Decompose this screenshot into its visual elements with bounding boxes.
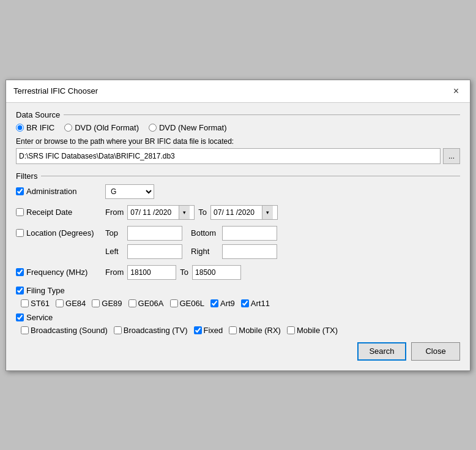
- service-mobile-rx-checkbox[interactable]: [229, 326, 237, 334]
- right-input[interactable]: [222, 244, 277, 259]
- dialog-content: Data Source BR IFIC DVD (Old Format) DVD…: [6, 103, 470, 370]
- administration-text: Administration: [26, 187, 76, 196]
- radio-br-ific-input[interactable]: [16, 124, 24, 132]
- close-icon[interactable]: ×: [450, 85, 463, 97]
- service-label[interactable]: Service: [16, 313, 102, 322]
- service-broadcasting-tv-checkbox[interactable]: [114, 326, 122, 334]
- radio-br-ific[interactable]: BR IFIC: [16, 123, 54, 132]
- data-source-group: Data Source BR IFIC DVD (Old Format) DVD…: [16, 110, 460, 164]
- frequency-label[interactable]: Frequency (MHz): [16, 268, 102, 277]
- divider-line: [64, 114, 460, 115]
- browse-button[interactable]: ...: [443, 148, 460, 164]
- filing-type-label[interactable]: Filing Type: [16, 286, 102, 295]
- dialog-close-button[interactable]: Close: [411, 342, 460, 361]
- filing-art11-checkbox[interactable]: [241, 299, 249, 307]
- location-row: Location (Degrees) Top Bottom Left Right: [16, 226, 460, 259]
- radio-group: BR IFIC DVD (Old Format) DVD (New Format…: [16, 123, 460, 132]
- to-date-dropdown-icon[interactable]: ▾: [262, 206, 273, 219]
- location-left-right: Left Right: [105, 244, 277, 259]
- service-broadcasting-sound-checkbox[interactable]: [21, 326, 29, 334]
- filing-type-checkboxes: ST61 GE84 GE89 GE06A: [21, 299, 460, 308]
- freq-to-input[interactable]: [192, 265, 241, 280]
- frequency-row: Frequency (MHz) From To: [16, 265, 460, 280]
- administration-row: Administration G: [16, 184, 460, 199]
- from-date-dropdown-icon[interactable]: ▾: [179, 206, 190, 219]
- filing-ge84-label: GE84: [65, 299, 86, 308]
- location-top-bottom: Top Bottom: [105, 226, 277, 241]
- radio-dvd-old[interactable]: DVD (Old Format): [64, 123, 139, 132]
- filing-ge84-checkbox[interactable]: [56, 299, 64, 307]
- radio-br-ific-label: BR IFIC: [26, 123, 54, 132]
- filing-ge89-checkbox[interactable]: [92, 299, 100, 307]
- receipt-date-checkbox[interactable]: [16, 208, 24, 216]
- filters-divider-line: [41, 176, 460, 176]
- filing-art9-label: Art9: [220, 299, 235, 308]
- administration-checkbox[interactable]: [16, 187, 24, 195]
- administration-select[interactable]: G: [105, 184, 154, 199]
- to-label: To: [198, 208, 207, 217]
- receipt-date-label[interactable]: Receipt Date: [16, 208, 102, 217]
- filing-type-checkbox[interactable]: [16, 287, 24, 294]
- bottom-input[interactable]: [222, 226, 277, 241]
- service-broadcasting-tv[interactable]: Broadcasting (TV): [114, 326, 188, 335]
- service-checkboxes: Broadcasting (Sound) Broadcasting (TV) F…: [21, 326, 460, 335]
- filing-ge06l-checkbox[interactable]: [170, 299, 178, 307]
- bottom-label: Bottom: [191, 228, 218, 238]
- filing-art9[interactable]: Art9: [210, 299, 235, 308]
- location-text: Location (Degrees): [26, 228, 94, 238]
- filters-label: Filters: [16, 171, 37, 181]
- filing-art11[interactable]: Art11: [241, 299, 270, 308]
- filing-st61[interactable]: ST61: [21, 299, 50, 308]
- filing-ge06a-label: GE06A: [138, 299, 164, 308]
- service-mobile-tx[interactable]: Mobile (TX): [287, 326, 338, 335]
- radio-dvd-new-input[interactable]: [149, 124, 157, 132]
- filing-type-header-row: Filing Type: [16, 286, 460, 295]
- service-fixed-label: Fixed: [204, 326, 223, 335]
- filing-art11-label: Art11: [251, 299, 270, 308]
- administration-control: G: [105, 184, 154, 199]
- service-broadcasting-sound[interactable]: Broadcasting (Sound): [21, 326, 108, 335]
- service-broadcasting-sound-label: Broadcasting (Sound): [31, 326, 108, 335]
- to-date-picker[interactable]: ▾: [210, 205, 278, 220]
- freq-from-input[interactable]: [127, 265, 176, 280]
- left-input[interactable]: [127, 244, 182, 259]
- filing-art9-checkbox[interactable]: [210, 299, 218, 307]
- filing-ge89[interactable]: GE89: [92, 299, 122, 308]
- service-mobile-tx-checkbox[interactable]: [287, 326, 295, 334]
- filing-st61-checkbox[interactable]: [21, 299, 29, 307]
- service-checkbox[interactable]: [16, 313, 24, 321]
- service-mobile-rx-label: Mobile (RX): [239, 326, 281, 335]
- filters-header: Filters: [16, 171, 460, 181]
- filing-ge84[interactable]: GE84: [56, 299, 86, 308]
- freq-to-label: To: [180, 268, 188, 277]
- service-header-row: Service: [16, 313, 460, 322]
- radio-dvd-old-input[interactable]: [64, 124, 72, 132]
- service-fixed[interactable]: Fixed: [194, 326, 223, 335]
- filing-st61-label: ST61: [31, 299, 50, 308]
- to-date-input[interactable]: [214, 208, 259, 217]
- data-source-header: Data Source: [16, 110, 460, 119]
- dialog-window: Terrestrial IFIC Chooser × Data Source B…: [6, 80, 470, 371]
- from-date-input[interactable]: [130, 208, 176, 217]
- filing-ge06a[interactable]: GE06A: [128, 299, 164, 308]
- service-mobile-rx[interactable]: Mobile (RX): [229, 326, 281, 335]
- data-source-label: Data Source: [16, 110, 60, 119]
- path-input[interactable]: [16, 148, 441, 164]
- from-date-picker[interactable]: ▾: [127, 205, 195, 220]
- top-label: Top: [105, 228, 124, 238]
- location-label[interactable]: Location (Degrees): [16, 228, 102, 238]
- filing-ge06l[interactable]: GE06L: [170, 299, 204, 308]
- administration-label[interactable]: Administration: [16, 187, 102, 196]
- location-checkbox[interactable]: [16, 229, 24, 237]
- service-mobile-tx-label: Mobile (TX): [297, 326, 338, 335]
- receipt-date-row: Receipt Date From ▾ To ▾: [16, 205, 460, 220]
- location-inputs: Top Bottom Left Right: [105, 226, 277, 259]
- frequency-checkbox[interactable]: [16, 268, 24, 276]
- top-input[interactable]: [127, 226, 182, 241]
- filing-ge06a-checkbox[interactable]: [128, 299, 136, 307]
- service-broadcasting-tv-label: Broadcasting (TV): [124, 326, 188, 335]
- freq-from-label: From: [105, 268, 124, 277]
- radio-dvd-new[interactable]: DVD (New Format): [149, 123, 227, 132]
- service-fixed-checkbox[interactable]: [194, 326, 202, 334]
- search-button[interactable]: Search: [357, 342, 406, 361]
